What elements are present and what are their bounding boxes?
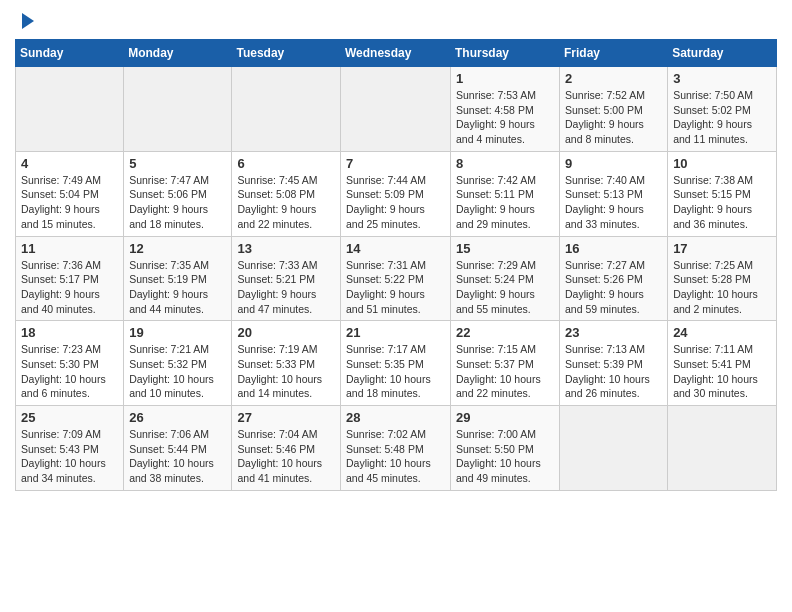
day-info: Sunrise: 7:42 AM Sunset: 5:11 PM Dayligh… — [456, 173, 554, 232]
day-number: 29 — [456, 410, 554, 425]
day-number: 16 — [565, 241, 662, 256]
calendar-cell — [341, 67, 451, 152]
day-info: Sunrise: 7:25 AM Sunset: 5:28 PM Dayligh… — [673, 258, 771, 317]
day-number: 14 — [346, 241, 445, 256]
calendar-week-row: 18Sunrise: 7:23 AM Sunset: 5:30 PM Dayli… — [16, 321, 777, 406]
calendar-week-row: 25Sunrise: 7:09 AM Sunset: 5:43 PM Dayli… — [16, 406, 777, 491]
day-number: 9 — [565, 156, 662, 171]
calendar-cell — [560, 406, 668, 491]
day-number: 25 — [21, 410, 118, 425]
calendar-cell: 2Sunrise: 7:52 AM Sunset: 5:00 PM Daylig… — [560, 67, 668, 152]
day-info: Sunrise: 7:29 AM Sunset: 5:24 PM Dayligh… — [456, 258, 554, 317]
calendar-week-row: 11Sunrise: 7:36 AM Sunset: 5:17 PM Dayli… — [16, 236, 777, 321]
calendar-cell: 9Sunrise: 7:40 AM Sunset: 5:13 PM Daylig… — [560, 151, 668, 236]
day-number: 11 — [21, 241, 118, 256]
day-info: Sunrise: 7:49 AM Sunset: 5:04 PM Dayligh… — [21, 173, 118, 232]
day-info: Sunrise: 7:15 AM Sunset: 5:37 PM Dayligh… — [456, 342, 554, 401]
day-number: 15 — [456, 241, 554, 256]
day-number: 13 — [237, 241, 335, 256]
calendar-header-row: SundayMondayTuesdayWednesdayThursdayFrid… — [16, 40, 777, 67]
day-info: Sunrise: 7:53 AM Sunset: 4:58 PM Dayligh… — [456, 88, 554, 147]
day-info: Sunrise: 7:23 AM Sunset: 5:30 PM Dayligh… — [21, 342, 118, 401]
calendar-cell — [124, 67, 232, 152]
calendar-cell — [668, 406, 777, 491]
calendar-cell: 28Sunrise: 7:02 AM Sunset: 5:48 PM Dayli… — [341, 406, 451, 491]
day-info: Sunrise: 7:27 AM Sunset: 5:26 PM Dayligh… — [565, 258, 662, 317]
calendar-cell: 25Sunrise: 7:09 AM Sunset: 5:43 PM Dayli… — [16, 406, 124, 491]
day-info: Sunrise: 7:35 AM Sunset: 5:19 PM Dayligh… — [129, 258, 226, 317]
day-of-week-header: Sunday — [16, 40, 124, 67]
calendar-week-row: 4Sunrise: 7:49 AM Sunset: 5:04 PM Daylig… — [16, 151, 777, 236]
day-number: 20 — [237, 325, 335, 340]
day-number: 7 — [346, 156, 445, 171]
calendar-cell: 3Sunrise: 7:50 AM Sunset: 5:02 PM Daylig… — [668, 67, 777, 152]
calendar-cell: 29Sunrise: 7:00 AM Sunset: 5:50 PM Dayli… — [451, 406, 560, 491]
calendar-cell: 12Sunrise: 7:35 AM Sunset: 5:19 PM Dayli… — [124, 236, 232, 321]
calendar-cell: 16Sunrise: 7:27 AM Sunset: 5:26 PM Dayli… — [560, 236, 668, 321]
day-info: Sunrise: 7:00 AM Sunset: 5:50 PM Dayligh… — [456, 427, 554, 486]
calendar-week-row: 1Sunrise: 7:53 AM Sunset: 4:58 PM Daylig… — [16, 67, 777, 152]
day-number: 3 — [673, 71, 771, 86]
calendar-cell: 14Sunrise: 7:31 AM Sunset: 5:22 PM Dayli… — [341, 236, 451, 321]
day-info: Sunrise: 7:44 AM Sunset: 5:09 PM Dayligh… — [346, 173, 445, 232]
calendar-cell: 19Sunrise: 7:21 AM Sunset: 5:32 PM Dayli… — [124, 321, 232, 406]
day-info: Sunrise: 7:09 AM Sunset: 5:43 PM Dayligh… — [21, 427, 118, 486]
day-info: Sunrise: 7:47 AM Sunset: 5:06 PM Dayligh… — [129, 173, 226, 232]
calendar-cell: 8Sunrise: 7:42 AM Sunset: 5:11 PM Daylig… — [451, 151, 560, 236]
day-number: 8 — [456, 156, 554, 171]
day-info: Sunrise: 7:33 AM Sunset: 5:21 PM Dayligh… — [237, 258, 335, 317]
day-number: 17 — [673, 241, 771, 256]
day-info: Sunrise: 7:52 AM Sunset: 5:00 PM Dayligh… — [565, 88, 662, 147]
day-number: 5 — [129, 156, 226, 171]
day-number: 27 — [237, 410, 335, 425]
day-number: 23 — [565, 325, 662, 340]
calendar-cell: 15Sunrise: 7:29 AM Sunset: 5:24 PM Dayli… — [451, 236, 560, 321]
day-number: 26 — [129, 410, 226, 425]
calendar-cell: 18Sunrise: 7:23 AM Sunset: 5:30 PM Dayli… — [16, 321, 124, 406]
day-number: 19 — [129, 325, 226, 340]
day-info: Sunrise: 7:04 AM Sunset: 5:46 PM Dayligh… — [237, 427, 335, 486]
day-number: 6 — [237, 156, 335, 171]
calendar-cell: 24Sunrise: 7:11 AM Sunset: 5:41 PM Dayli… — [668, 321, 777, 406]
day-info: Sunrise: 7:40 AM Sunset: 5:13 PM Dayligh… — [565, 173, 662, 232]
calendar-cell: 4Sunrise: 7:49 AM Sunset: 5:04 PM Daylig… — [16, 151, 124, 236]
day-info: Sunrise: 7:11 AM Sunset: 5:41 PM Dayligh… — [673, 342, 771, 401]
day-number: 4 — [21, 156, 118, 171]
day-number: 28 — [346, 410, 445, 425]
day-of-week-header: Friday — [560, 40, 668, 67]
logo-arrow-icon — [22, 13, 34, 29]
calendar-cell — [16, 67, 124, 152]
day-of-week-header: Monday — [124, 40, 232, 67]
calendar-cell: 20Sunrise: 7:19 AM Sunset: 5:33 PM Dayli… — [232, 321, 341, 406]
day-info: Sunrise: 7:50 AM Sunset: 5:02 PM Dayligh… — [673, 88, 771, 147]
calendar-table: SundayMondayTuesdayWednesdayThursdayFrid… — [15, 39, 777, 491]
page-header — [15, 15, 777, 29]
day-of-week-header: Saturday — [668, 40, 777, 67]
day-number: 12 — [129, 241, 226, 256]
day-number: 18 — [21, 325, 118, 340]
calendar-cell: 11Sunrise: 7:36 AM Sunset: 5:17 PM Dayli… — [16, 236, 124, 321]
calendar-cell: 27Sunrise: 7:04 AM Sunset: 5:46 PM Dayli… — [232, 406, 341, 491]
calendar-cell: 22Sunrise: 7:15 AM Sunset: 5:37 PM Dayli… — [451, 321, 560, 406]
day-info: Sunrise: 7:13 AM Sunset: 5:39 PM Dayligh… — [565, 342, 662, 401]
day-info: Sunrise: 7:02 AM Sunset: 5:48 PM Dayligh… — [346, 427, 445, 486]
day-info: Sunrise: 7:06 AM Sunset: 5:44 PM Dayligh… — [129, 427, 226, 486]
calendar-cell: 23Sunrise: 7:13 AM Sunset: 5:39 PM Dayli… — [560, 321, 668, 406]
calendar-cell: 6Sunrise: 7:45 AM Sunset: 5:08 PM Daylig… — [232, 151, 341, 236]
day-number: 10 — [673, 156, 771, 171]
day-number: 24 — [673, 325, 771, 340]
logo — [15, 15, 34, 29]
day-number: 21 — [346, 325, 445, 340]
calendar-cell: 13Sunrise: 7:33 AM Sunset: 5:21 PM Dayli… — [232, 236, 341, 321]
day-info: Sunrise: 7:45 AM Sunset: 5:08 PM Dayligh… — [237, 173, 335, 232]
calendar-cell: 21Sunrise: 7:17 AM Sunset: 5:35 PM Dayli… — [341, 321, 451, 406]
day-number: 1 — [456, 71, 554, 86]
day-info: Sunrise: 7:19 AM Sunset: 5:33 PM Dayligh… — [237, 342, 335, 401]
calendar-cell: 26Sunrise: 7:06 AM Sunset: 5:44 PM Dayli… — [124, 406, 232, 491]
calendar-cell — [232, 67, 341, 152]
day-of-week-header: Wednesday — [341, 40, 451, 67]
day-info: Sunrise: 7:21 AM Sunset: 5:32 PM Dayligh… — [129, 342, 226, 401]
calendar-cell: 10Sunrise: 7:38 AM Sunset: 5:15 PM Dayli… — [668, 151, 777, 236]
day-of-week-header: Thursday — [451, 40, 560, 67]
calendar-cell: 1Sunrise: 7:53 AM Sunset: 4:58 PM Daylig… — [451, 67, 560, 152]
